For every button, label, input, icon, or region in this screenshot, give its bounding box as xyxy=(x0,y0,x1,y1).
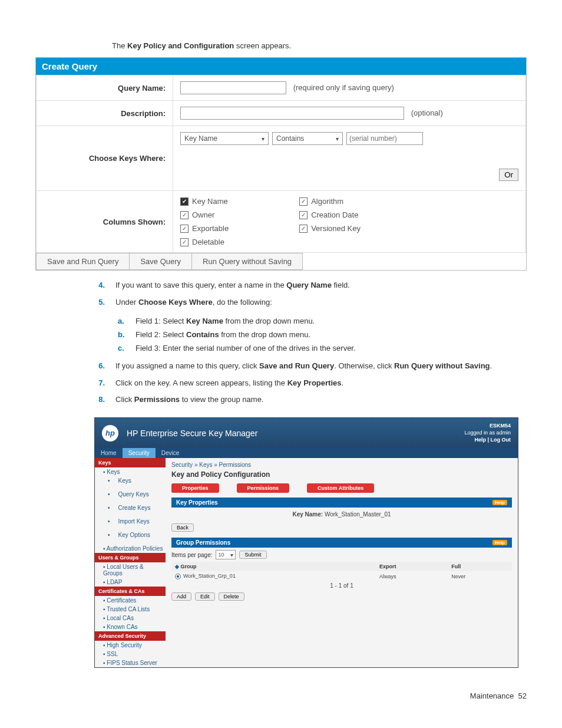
sidebar-item[interactable]: Local Users & Groups xyxy=(95,562,166,578)
sidebar-item[interactable]: Certificates xyxy=(95,596,166,605)
sidebar-item[interactable]: Keys xyxy=(95,467,166,476)
checkbox-icon: ✓ xyxy=(299,225,308,233)
intro-sentence: The Key Policy and Configuration screen … xyxy=(112,41,527,50)
sidebar-item[interactable]: Key Options xyxy=(95,531,166,539)
create-query-title: Create Query xyxy=(36,58,526,75)
tab-security[interactable]: Security xyxy=(123,448,156,458)
back-button[interactable]: Back xyxy=(171,523,194,532)
page-footer: Maintenance 52 xyxy=(35,691,527,700)
group-permissions-header: Group Permissions Help xyxy=(171,538,512,548)
col-versioned-key[interactable]: ✓Versioned Key xyxy=(299,224,361,233)
tab-device[interactable]: Device xyxy=(156,448,186,458)
intro-suffix: screen appears. xyxy=(236,41,291,50)
intro-bold: Key Policy and Configuration xyxy=(127,41,234,50)
col-exportable[interactable]: ✓Exportable xyxy=(180,224,229,233)
description-input[interactable] xyxy=(180,107,404,120)
col-algorithm[interactable]: ✓Algorithm xyxy=(299,197,361,206)
pill-properties[interactable]: Properties xyxy=(171,483,219,493)
sub-steps: a.Field 1: Select Key Name from the drop… xyxy=(118,317,527,353)
help-icon[interactable]: Help xyxy=(492,540,507,545)
app-screenshot: hp HP Enterprise Secure Key Manager ESKM… xyxy=(94,417,518,668)
sidebar-item[interactable]: Query Keys xyxy=(95,490,166,499)
step-7: 7. Click on the key. A new screen appear… xyxy=(94,378,527,389)
col-export[interactable]: Export xyxy=(376,562,448,571)
table-row[interactable]: Work_Station_Grp_01 Always Never xyxy=(171,571,512,581)
sidebar-sec-certs: Certificates & CAs xyxy=(95,587,166,596)
breadcrumb[interactable]: Security » Keys » Permissions xyxy=(171,462,512,468)
checkbox-icon: ✓ xyxy=(180,211,189,219)
checkbox-icon: ✓ xyxy=(299,211,308,219)
checkbox-icon: ✓ xyxy=(180,225,189,233)
choose-keys-label: Choose Keys Where: xyxy=(37,126,173,191)
columns-shown-label: Columns Shown: xyxy=(37,191,173,253)
step-5b: b.Field 2: Select Contains from the drop… xyxy=(118,330,527,339)
col-owner[interactable]: ✓Owner xyxy=(180,210,229,219)
choose-keys-field1[interactable]: Key Name▾ xyxy=(180,132,269,145)
checkbox-icon: ✔ xyxy=(180,197,189,206)
sidebar-item[interactable]: High Security xyxy=(95,641,166,650)
chevron-down-icon: ▾ xyxy=(262,136,265,142)
query-name-hint: (required only if saving query) xyxy=(293,83,394,92)
sidebar-item[interactable]: Keys xyxy=(95,476,166,485)
choose-keys-field2[interactable]: Contains▾ xyxy=(272,132,343,145)
run-without-saving-button[interactable]: Run Query without Saving xyxy=(192,253,303,270)
sidebar-item[interactable]: Local CAs xyxy=(95,614,166,622)
description-hint: (optional) xyxy=(411,108,443,117)
sidebar-sec-keys: Keys xyxy=(95,458,166,467)
sidebar-sec-users: Users & Groups xyxy=(95,553,166,562)
edit-button[interactable]: Edit xyxy=(195,592,215,601)
create-query-footer: Save and Run Query Save Query Run Query … xyxy=(36,253,526,270)
pagination-range: 1 - 1 of 1 xyxy=(171,581,512,590)
sidebar-item[interactable]: Authorization Policies xyxy=(95,544,166,553)
pill-permissions[interactable]: Permissions xyxy=(237,483,290,493)
page-heading: Key and Policy Configuration xyxy=(171,470,512,479)
sidebar-item[interactable]: LDAP xyxy=(95,578,166,587)
submit-button[interactable]: Submit xyxy=(239,551,266,559)
radio-icon[interactable] xyxy=(175,574,181,579)
hp-logo-icon: hp xyxy=(102,425,118,442)
create-query-panel: Create Query Query Name: (required only … xyxy=(35,57,527,271)
col-keyname[interactable]: ✔Key Name xyxy=(180,197,229,206)
query-name-input[interactable] xyxy=(180,81,286,94)
app-tabs: Home Security Device xyxy=(95,448,518,458)
add-button[interactable]: Add xyxy=(171,592,191,601)
sidebar: Keys Keys Keys Query Keys Create Keys Im… xyxy=(95,458,166,667)
or-button[interactable]: Or xyxy=(499,169,518,181)
sidebar-item[interactable]: SSL xyxy=(95,650,166,658)
sidebar-item[interactable]: FIPS Status Server xyxy=(95,658,166,667)
product-code: ESKM54 xyxy=(464,423,511,430)
save-and-run-button[interactable]: Save and Run Query xyxy=(36,253,130,270)
sidebar-item[interactable]: Trusted CA Lists xyxy=(95,605,166,614)
app-title: HP Enterprise Secure Key Manager xyxy=(127,429,464,438)
col-deletable[interactable]: ✓Deletable xyxy=(180,238,229,246)
sidebar-item[interactable]: Import Keys xyxy=(95,517,166,526)
items-per-page: Items per page: 10▾ Submit xyxy=(171,550,512,559)
items-per-page-select[interactable]: 10▾ xyxy=(216,550,236,559)
checkbox-icon: ✓ xyxy=(299,197,308,206)
tab-home[interactable]: Home xyxy=(95,448,123,458)
sidebar-item[interactable]: Known CAs xyxy=(95,622,166,631)
intro-prefix: The xyxy=(112,41,127,50)
sidebar-item[interactable]: Create Keys xyxy=(95,503,166,512)
col-group[interactable]: Group xyxy=(171,562,376,571)
app-header: hp HP Enterprise Secure Key Manager ESKM… xyxy=(95,418,518,448)
col-creation-date[interactable]: ✓Creation Date xyxy=(299,210,361,219)
query-name-label: Query Name: xyxy=(37,75,173,101)
key-properties-header: Key Properties Help xyxy=(171,498,512,508)
create-query-table: Query Name: (required only if saving que… xyxy=(36,75,526,253)
main-content: Security » Keys » Permissions Key and Po… xyxy=(166,458,518,667)
choose-keys-field3[interactable] xyxy=(346,132,423,145)
help-logout-links[interactable]: Help | Log Out xyxy=(464,437,511,444)
save-query-button[interactable]: Save Query xyxy=(130,253,192,270)
step-8: 8. Click Permissions to view the group n… xyxy=(94,394,527,406)
login-status: Logged in as admin xyxy=(464,430,511,437)
pill-custom-attributes[interactable]: Custom Attributes xyxy=(307,483,374,493)
help-icon[interactable]: Help xyxy=(492,500,507,505)
step-5: 5. Under Choose Keys Where, do the follo… xyxy=(94,297,527,308)
instruction-steps-cont: 6. If you assigned a name to this query,… xyxy=(94,361,527,406)
chevron-down-icon: ▾ xyxy=(230,552,233,558)
group-permissions-table: Group Export Full Work_Station_Grp_01 Al… xyxy=(171,562,512,581)
step-5a: a.Field 1: Select Key Name from the drop… xyxy=(118,317,527,325)
col-full[interactable]: Full xyxy=(448,562,512,571)
delete-button[interactable]: Delete xyxy=(219,592,244,601)
